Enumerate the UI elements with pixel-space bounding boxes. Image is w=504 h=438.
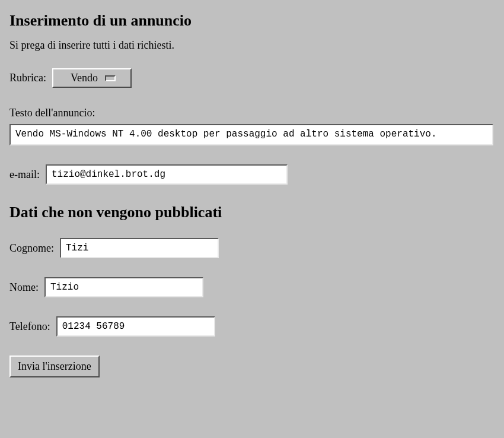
section-heading-private: Dati che non vengono pubblicati xyxy=(9,204,495,221)
page-title: Inserimento di un annuncio xyxy=(9,12,495,30)
cognome-field[interactable] xyxy=(60,238,219,258)
dropdown-icon xyxy=(105,75,116,81)
telefono-row: Telefono: xyxy=(9,316,495,337)
rubrica-row: Rubrica: Vendo xyxy=(9,68,495,88)
nome-label: Nome: xyxy=(9,281,39,294)
testo-block: Testo dell'annuncio: xyxy=(9,107,495,145)
telefono-label: Telefono: xyxy=(9,320,50,333)
telefono-field[interactable] xyxy=(56,316,215,337)
testo-label: Testo dell'annuncio: xyxy=(9,107,495,119)
email-row: e-mail: xyxy=(9,164,495,185)
email-label: e-mail: xyxy=(9,169,40,181)
cognome-label: Cognome: xyxy=(9,242,54,255)
rubrica-label: Rubrica: xyxy=(9,72,46,84)
intro-text: Si prega di inserire tutti i dati richie… xyxy=(9,39,495,52)
submit-button[interactable]: Invia l'inserzione xyxy=(9,356,100,377)
nome-row: Nome: xyxy=(9,277,495,297)
testo-textarea[interactable] xyxy=(9,124,493,145)
nome-field[interactable] xyxy=(44,277,203,297)
email-field[interactable] xyxy=(46,164,288,185)
cognome-row: Cognome: xyxy=(9,238,495,258)
rubrica-selected-value: Vendo xyxy=(71,72,98,84)
rubrica-select[interactable]: Vendo xyxy=(52,68,132,88)
